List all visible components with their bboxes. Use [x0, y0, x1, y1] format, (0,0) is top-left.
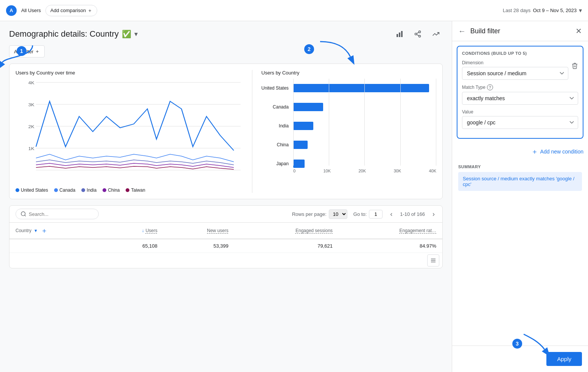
bar-label-cn: China [277, 142, 289, 147]
search-icon [20, 211, 26, 217]
svg-text:05: 05 [208, 172, 214, 173]
prev-page-button[interactable]: ‹ [389, 210, 394, 218]
bar-chart-labels: United States Canada India China Japan [261, 79, 293, 173]
cell-users: 65,108 [105, 239, 163, 253]
line-chart-svg: 4K 3K 2K 1K [16, 79, 243, 173]
dimension-wrapper: Dimension Session source / medium [462, 60, 568, 80]
table-section: Rows per page: 10 25 50 Go to: ‹ 1-10 of… [9, 205, 443, 268]
legend-item-us: United States [16, 188, 48, 193]
col-header-country: Country ▼ ＋ [9, 223, 105, 239]
value-select[interactable]: google / cpc [462, 116, 578, 129]
legend-dot-cn [103, 188, 106, 192]
sort-indicator[interactable]: ▼ [34, 228, 38, 233]
bar-label-us: United States [261, 85, 289, 91]
trending-icon[interactable] [429, 27, 443, 41]
bar-us [293, 84, 429, 92]
table-toolbar: Rows per page: 10 25 50 Go to: ‹ 1-10 of… [9, 206, 442, 223]
add-column-button[interactable]: ＋ [40, 226, 48, 235]
legend-dot-us [16, 188, 19, 192]
svg-text:15: 15 [43, 172, 49, 173]
apply-button[interactable]: Apply [546, 352, 582, 366]
chart-divider [252, 70, 252, 193]
panel-close-button[interactable]: ✕ [576, 26, 582, 36]
bar-jp [293, 160, 305, 168]
match-type-select[interactable]: exactly matches contains begins with end… [462, 92, 578, 105]
table-settings-icon[interactable] [427, 254, 439, 267]
bar-row-jp [293, 160, 436, 168]
svg-text:4K: 4K [28, 81, 34, 85]
add-comparison-button[interactable]: Add comparison ＋ [45, 5, 97, 16]
svg-text:29: 29 [145, 172, 150, 173]
annotation-2: 2 [304, 38, 354, 60]
add-condition-button[interactable]: ＋ Add new condition [452, 143, 588, 160]
help-icon[interactable]: ? [487, 84, 493, 90]
bar-chart: Users by Country United States Canada In… [261, 70, 436, 193]
charts-section: Users by Country over time 4K 3K 2K 1K [9, 64, 443, 199]
arrow-3-svg [524, 334, 546, 353]
cell-engaged-sessions: 79,621 [235, 239, 339, 253]
legend-label-tw: Taiwan [131, 188, 145, 193]
add-filter-button[interactable]: Add filter ＋ [9, 45, 45, 57]
panel-back-button[interactable]: ← [458, 27, 466, 36]
svg-rect-1 [399, 33, 400, 37]
svg-rect-0 [397, 34, 398, 37]
dropdown-arrow-icon[interactable]: ▾ [134, 30, 138, 38]
x-label-30k: 30K [394, 169, 401, 173]
annotation-3: 3 [512, 334, 546, 353]
cell-engagement-rate: 84.97% [339, 239, 442, 253]
x-label-0: 0 [293, 169, 296, 173]
share-icon[interactable] [411, 27, 425, 41]
plus-icon: ＋ [87, 7, 92, 14]
bar-label-in: India [279, 123, 289, 129]
country-col-label: Country [16, 228, 31, 233]
data-table: Country ▼ ＋ ↓ Users [9, 223, 442, 253]
dimension-select[interactable]: Session source / medium [462, 67, 568, 80]
dimension-label: Dimension [462, 60, 568, 65]
arrow-2-svg [316, 38, 354, 60]
col-header-engaged-sessions: Engaged sessions [235, 223, 339, 239]
svg-line-6 [417, 34, 419, 36]
content-wrapper: Demographic details: Country ✅ ▾ [0, 21, 452, 372]
col-header-engagement-rate: Engagement rat… [339, 223, 442, 239]
legend-item-in: India [81, 188, 96, 193]
avatar: A [6, 5, 17, 16]
legend-label-ca: Canada [59, 188, 75, 193]
bars-container: 0 10K 20K 30K 40K [293, 79, 436, 173]
next-page-button[interactable]: › [431, 210, 436, 218]
x-label-40k: 40K [429, 169, 436, 173]
page-title: Demographic details: Country [9, 29, 119, 39]
line-chart: Users by Country over time 4K 3K 2K 1K [16, 70, 243, 193]
check-circle-icon: ✅ [122, 29, 131, 39]
bar-in [293, 122, 313, 130]
value-field: Value google / cpc [462, 109, 578, 129]
svg-text:2K: 2K [28, 124, 34, 129]
svg-point-3 [419, 31, 421, 33]
svg-rect-28 [431, 260, 436, 260]
bar-label-jp: Japan [276, 161, 289, 166]
delete-condition-button[interactable] [571, 60, 578, 71]
x-label-20k: 20K [358, 169, 366, 173]
svg-rect-2 [401, 31, 403, 37]
rows-per-page-select[interactable]: 10 25 50 [329, 209, 347, 219]
value-label: Value [462, 109, 578, 115]
rows-per-page: Rows per page: 10 25 50 [292, 209, 347, 219]
summary-label: SUMMARY [458, 164, 582, 169]
goto-input[interactable] [369, 210, 383, 219]
svg-rect-27 [431, 259, 436, 259]
svg-point-25 [21, 212, 25, 216]
legend-dot-in [81, 188, 85, 192]
bar-row-ca [293, 103, 436, 111]
search-box[interactable] [16, 209, 99, 219]
legend-label-cn: China [108, 188, 120, 193]
search-input[interactable] [29, 211, 86, 217]
filter-conditions: CONDITIONS (BUILD UP TO 5) Dimension Ses… [457, 46, 583, 139]
svg-rect-29 [431, 262, 436, 262]
legend-dot-tw [126, 188, 129, 192]
chart-type-icon[interactable] [393, 27, 406, 41]
filter-row: Add filter ＋ 1 2 [9, 45, 443, 57]
chevron-down-icon[interactable]: ▾ [579, 7, 582, 14]
x-label-10k: 10K [323, 169, 331, 173]
col-header-new-users: New users [163, 223, 235, 239]
match-type-label: Match Type ? [462, 84, 578, 90]
top-bar: A All Users Add comparison ＋ Last 28 day… [0, 0, 588, 21]
